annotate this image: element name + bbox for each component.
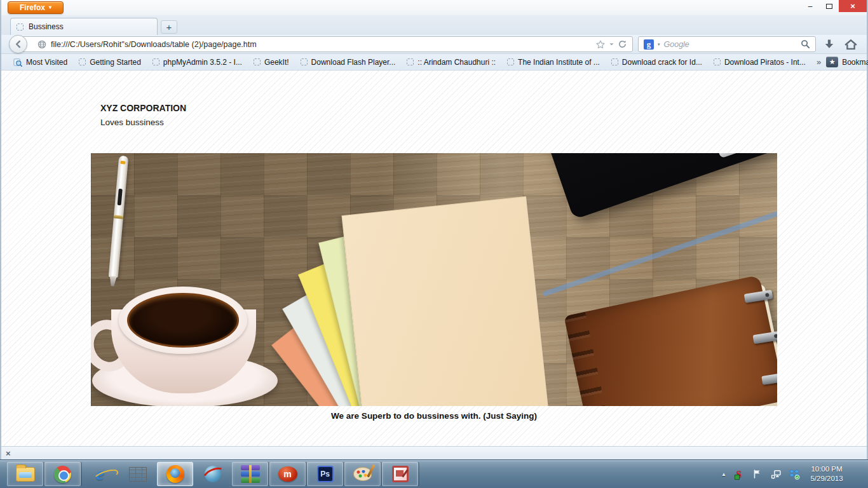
bookmark-item[interactable]: Getting Started bbox=[73, 54, 147, 70]
chevron-down-icon[interactable] bbox=[609, 41, 614, 47]
taskbar-paint[interactable] bbox=[344, 462, 381, 486]
bookmark-label: Download Flash Player... bbox=[311, 58, 396, 67]
bookmark-label: GeekIt! bbox=[264, 58, 289, 67]
favicon-placeholder-icon bbox=[79, 58, 86, 65]
brick-wall-icon bbox=[129, 467, 147, 482]
search-icon[interactable] bbox=[801, 39, 810, 49]
taskbar-picture-manager[interactable] bbox=[382, 462, 418, 486]
desktop-screen: Firefox ▾ – × Bussiness + file:///C:/Use bbox=[0, 0, 868, 488]
url-bar[interactable]: file:///C:/Users/Rohit''s/Downloads/tabl… bbox=[22, 36, 633, 52]
bookmark-item[interactable]: The Indian Institute of ... bbox=[501, 54, 606, 70]
bookmark-item[interactable]: GeekIt! bbox=[248, 54, 295, 70]
back-button[interactable] bbox=[9, 35, 27, 53]
internet-explorer-icon: e bbox=[96, 465, 104, 483]
bookmark-item[interactable]: phpMyAdmin 3.5.2 - I... bbox=[147, 54, 248, 70]
close-icon: × bbox=[850, 1, 855, 11]
favicon-placeholder-icon bbox=[153, 58, 159, 65]
window-controls: – × bbox=[801, 0, 867, 12]
bookmark-label: :: Arindam Chaudhuri :: bbox=[417, 58, 496, 67]
taskbar-chrome[interactable] bbox=[44, 462, 81, 486]
pen-image bbox=[109, 156, 129, 278]
network-icon bbox=[771, 469, 782, 480]
clock-date: 5/29/2013 bbox=[807, 474, 846, 484]
taskbar-winrar[interactable] bbox=[232, 462, 268, 486]
folder-icon bbox=[16, 467, 35, 482]
url-text: file:///C:/Users/Rohit''s/Downloads/tabl… bbox=[51, 40, 595, 49]
flag-icon bbox=[752, 469, 763, 479]
taskbar-internet-explorer[interactable]: e bbox=[82, 462, 118, 486]
clock-time: 10:00 PM bbox=[807, 464, 846, 474]
photoshop-icon: Ps bbox=[317, 466, 334, 482]
windows-taskbar: e m Ps ▲ S 10:00 PM 5/29/2013 bbox=[0, 459, 868, 488]
tray-app-button[interactable]: S bbox=[733, 468, 745, 480]
bookmark-most-visited[interactable]: Most Visited bbox=[8, 54, 73, 70]
most-visited-icon bbox=[13, 58, 22, 67]
bookmark-label: phpMyAdmin 3.5.2 - I... bbox=[163, 58, 242, 67]
paper-cream bbox=[341, 196, 548, 406]
bookmark-label: Download crack for Id... bbox=[622, 58, 702, 67]
action-center-button[interactable] bbox=[752, 468, 763, 480]
bookmark-item[interactable]: Download Piratos - Int... bbox=[708, 54, 811, 70]
firefox-menu-label: Firefox bbox=[20, 3, 45, 12]
network-button[interactable] bbox=[770, 468, 782, 480]
hidden-icons-arrow[interactable]: ▲ bbox=[721, 471, 726, 477]
search-box[interactable]: g ▾ Google bbox=[638, 36, 816, 52]
taskbar-photoshop[interactable]: Ps bbox=[307, 462, 343, 486]
minimize-icon: – bbox=[808, 2, 813, 11]
firefox-icon bbox=[166, 465, 184, 483]
firefox-menu-button[interactable]: Firefox ▾ bbox=[8, 1, 64, 14]
red-s-app-icon: S bbox=[736, 469, 742, 480]
page-subheading: Loves bussiness bbox=[100, 118, 777, 127]
dropbox-button[interactable] bbox=[789, 468, 800, 480]
reload-icon[interactable] bbox=[618, 39, 627, 49]
favicon-placeholder-icon bbox=[507, 58, 514, 65]
chevron-down-icon: ▾ bbox=[49, 5, 51, 10]
search-placeholder: Google bbox=[664, 40, 797, 49]
taskbar-globe-downloader[interactable] bbox=[194, 462, 231, 486]
navigation-toolbar: file:///C:/Users/Rohit''s/Downloads/tabl… bbox=[1, 35, 867, 54]
firefox-window: Firefox ▾ – × Bussiness + file:///C:/Use bbox=[0, 0, 868, 459]
chevron-down-icon[interactable]: ▾ bbox=[658, 42, 660, 47]
page-heading: XYZ CORPORATION bbox=[100, 103, 777, 113]
bookmark-item[interactable]: Download Flash Player... bbox=[295, 54, 402, 70]
taskbar-bricks-app[interactable] bbox=[119, 462, 156, 486]
new-tab-button[interactable]: + bbox=[161, 20, 177, 34]
bookmarks-overflow-chevron[interactable]: » bbox=[811, 57, 826, 67]
bookmark-item[interactable]: :: Arindam Chaudhuri :: bbox=[401, 54, 501, 70]
maximize-button[interactable] bbox=[820, 0, 839, 12]
taskbar-clock[interactable]: 10:00 PM 5/29/2013 bbox=[807, 464, 846, 484]
home-icon bbox=[844, 38, 857, 51]
close-addon-bar-button[interactable]: × bbox=[6, 449, 11, 458]
bookmarks-menu-button[interactable]: ★ Bookmarks bbox=[826, 57, 868, 67]
picture-manager-icon bbox=[392, 466, 409, 482]
favicon-placeholder-icon bbox=[714, 58, 721, 65]
urlbar-action-icons bbox=[595, 39, 627, 50]
winrar-books-icon bbox=[241, 465, 260, 483]
tab-strip: Bussiness + bbox=[1, 15, 867, 35]
minimize-button[interactable]: – bbox=[801, 0, 820, 12]
bookmark-star-icon[interactable] bbox=[595, 39, 606, 50]
bookmark-item[interactable]: Download crack for Id... bbox=[606, 54, 708, 70]
laptop-latch bbox=[718, 153, 777, 158]
bookmarks-menu-label: Bookmarks bbox=[842, 58, 868, 67]
taskbar-maxthon[interactable]: m bbox=[269, 462, 306, 486]
maxthon-icon: m bbox=[278, 466, 297, 482]
chrome-icon bbox=[54, 466, 71, 483]
bookmark-label: Getting Started bbox=[90, 58, 141, 67]
favicon-placeholder-icon bbox=[17, 24, 24, 30]
bookmark-label: The Indian Institute of ... bbox=[518, 58, 600, 67]
bookmarks-star-icon: ★ bbox=[826, 57, 838, 67]
taskbar-windows-explorer[interactable] bbox=[7, 462, 43, 486]
taskbar-firefox-active[interactable] bbox=[157, 462, 193, 486]
downloads-button[interactable] bbox=[821, 36, 837, 53]
bookmarks-toolbar: Most Visited Getting Started phpMyAdmin … bbox=[1, 54, 867, 71]
tab-bussiness[interactable]: Bussiness bbox=[10, 18, 158, 35]
fanned-papers-image bbox=[301, 195, 574, 406]
page-container: XYZ CORPORATION Loves bussiness bbox=[91, 71, 777, 421]
home-button[interactable] bbox=[843, 36, 859, 53]
tab-title: Bussiness bbox=[29, 22, 64, 31]
close-button[interactable]: × bbox=[839, 0, 867, 12]
coffee-surface bbox=[127, 293, 239, 348]
page-content: XYZ CORPORATION Loves bussiness bbox=[1, 71, 867, 446]
system-tray: ▲ S 10:00 PM 5/29/2013 bbox=[721, 460, 868, 488]
